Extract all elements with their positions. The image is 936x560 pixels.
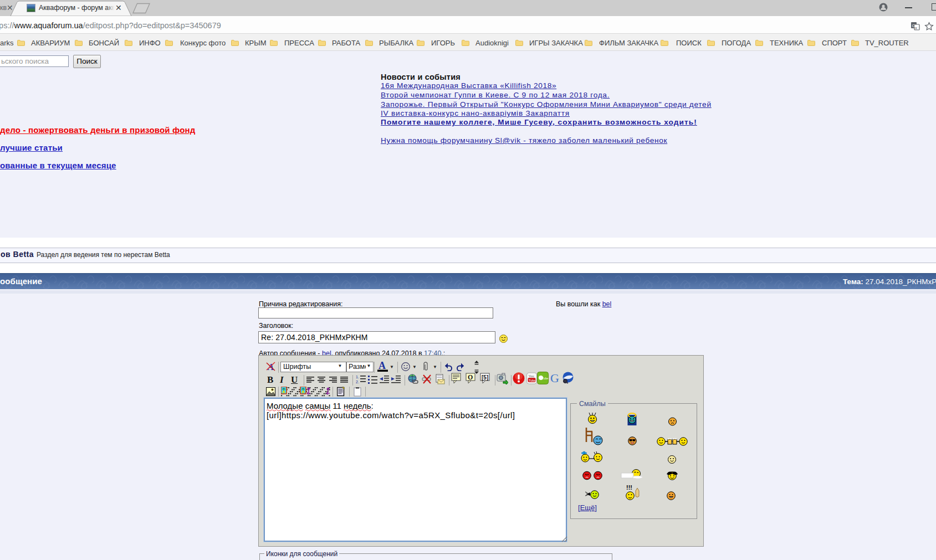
svg-text:O: O bbox=[468, 373, 473, 381]
svg-text:G: G bbox=[550, 372, 559, 384]
svg-text:2.: 2. bbox=[356, 380, 359, 384]
svg-text:G: G bbox=[912, 23, 915, 28]
svg-text:[5]: [5] bbox=[482, 374, 488, 381]
svg-text:Tube: Tube bbox=[529, 379, 535, 382]
svg-text:You: You bbox=[529, 374, 534, 378]
svg-text:1.: 1. bbox=[356, 375, 359, 379]
svg-text:A: A bbox=[379, 361, 386, 371]
svg-text:!!!: !!! bbox=[626, 484, 632, 491]
svg-text:Tube: Tube bbox=[542, 377, 548, 380]
